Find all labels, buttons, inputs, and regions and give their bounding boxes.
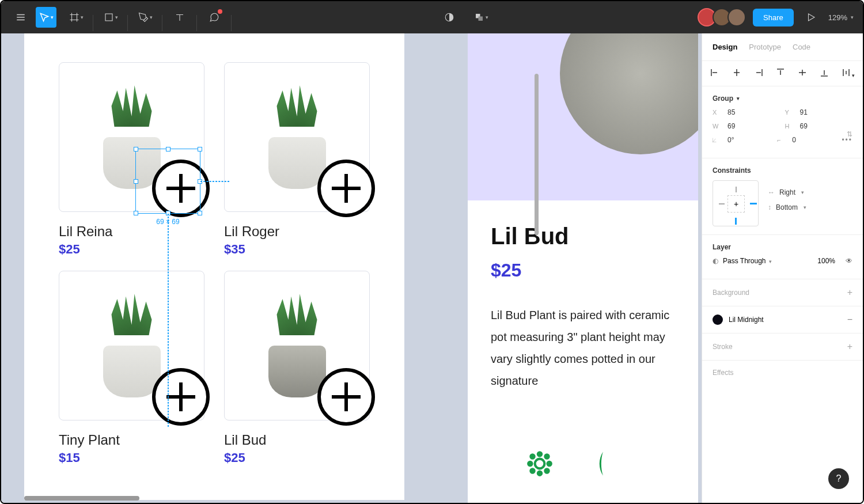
corner-radius-icon: ⌐: [777, 137, 786, 143]
tab-design[interactable]: Design: [713, 43, 737, 51]
product-card[interactable]: Lil Bud $25: [224, 271, 370, 465]
detail-title: Lil Bud: [491, 223, 675, 249]
badge-icon: [525, 449, 554, 478]
present-button[interactable]: [801, 7, 821, 28]
stroke-section: Stroke: [713, 343, 733, 351]
component-tool[interactable]: ▾: [471, 7, 492, 28]
background-section: Background: [713, 289, 749, 297]
layer-section-title: Layer: [713, 243, 852, 251]
color-name: Lil Midnight: [729, 316, 764, 324]
share-button[interactable]: Share: [753, 9, 794, 26]
corner-input[interactable]: 0: [792, 136, 837, 144]
visibility-icon[interactable]: 👁: [846, 257, 852, 265]
svg-point-16: [548, 462, 551, 465]
artboard-products: Lil Reina $25 Lil Roger $35: [24, 33, 404, 500]
svg-point-12: [535, 459, 545, 469]
text-tool[interactable]: [169, 7, 190, 28]
svg-point-13: [538, 452, 541, 456]
svg-point-20: [545, 469, 548, 472]
product-name: Lil Roger: [224, 223, 370, 240]
resize-handle[interactable]: [134, 211, 138, 215]
constraints-title: Constraints: [713, 166, 852, 175]
guide-line: [168, 214, 169, 427]
resize-handle[interactable]: [198, 147, 202, 151]
y-input[interactable]: 91: [800, 108, 853, 116]
detail-price: $25: [491, 260, 675, 281]
svg-marker-11: [808, 14, 814, 21]
svg-rect-10: [479, 17, 483, 21]
artboard-detail: Lil Bud $25 Lil Bud Plant is paired with…: [468, 33, 698, 500]
add-background-icon[interactable]: +: [847, 287, 852, 298]
align-right-icon[interactable]: [754, 68, 763, 79]
toolbar: ▾ ▾ ▾ ▾ ▾: [1, 1, 863, 33]
guide-line: [200, 181, 229, 182]
pen-tool[interactable]: ▾: [135, 7, 156, 28]
x-input[interactable]: 85: [727, 108, 780, 116]
width-input[interactable]: 69: [727, 122, 780, 130]
canvas[interactable]: Lil Reina $25 Lil Roger $35: [1, 33, 702, 503]
svg-point-18: [545, 454, 548, 458]
svg-rect-7: [105, 14, 112, 21]
product-name: Lil Reina: [59, 223, 204, 240]
resize-handle[interactable]: [166, 147, 170, 151]
product-image-placeholder: [560, 33, 698, 154]
tab-code[interactable]: Code: [793, 43, 810, 51]
align-bottom-icon[interactable]: [820, 68, 829, 79]
align-vcenter-icon[interactable]: [798, 68, 807, 79]
svg-point-17: [530, 454, 534, 458]
add-icon[interactable]: [317, 160, 375, 217]
move-tool[interactable]: ▾: [36, 7, 56, 28]
frame-tool[interactable]: ▾: [66, 7, 86, 28]
zoom-value: 129%: [828, 13, 847, 22]
link-dimensions-icon[interactable]: ⇅: [847, 130, 852, 138]
badge-icon: [589, 449, 617, 478]
angle-icon: ⟀: [713, 137, 722, 143]
product-price: $35: [224, 242, 370, 257]
product-name: Tiny Plant: [59, 432, 204, 448]
align-left-icon[interactable]: [710, 68, 719, 79]
menu-button[interactable]: [10, 7, 31, 28]
color-swatch[interactable]: [713, 314, 723, 325]
align-hcenter-icon[interactable]: [732, 68, 741, 79]
blend-mode-icon: ◐: [713, 257, 718, 265]
detail-description: Lil Bud Plant is paired with ceramic pot…: [491, 304, 675, 392]
rotation-input[interactable]: 0°: [727, 136, 772, 144]
opacity-input[interactable]: 100%: [817, 257, 835, 265]
add-icon[interactable]: [152, 368, 210, 426]
resize-handle[interactable]: [134, 179, 138, 184]
notification-dot-icon: [218, 9, 222, 14]
product-name: Lil Bud: [224, 432, 370, 448]
comment-tool[interactable]: [204, 7, 225, 28]
svg-point-15: [528, 462, 532, 465]
contrast-icon[interactable]: [439, 7, 460, 28]
constraint-widget[interactable]: +: [713, 180, 759, 226]
selection-box[interactable]: 69 × 69: [135, 149, 200, 214]
constraint-h-select[interactable]: ↔ Right ▾: [768, 188, 852, 196]
product-price: $25: [224, 450, 370, 465]
tab-prototype[interactable]: Prototype: [749, 43, 781, 51]
product-card[interactable]: Lil Roger $35: [224, 62, 370, 257]
product-card[interactable]: Tiny Plant $15: [59, 271, 204, 465]
collaborator-avatars[interactable]: [701, 8, 746, 26]
zoom-control[interactable]: 129% ▾: [828, 13, 854, 22]
distribute-icon[interactable]: ▾: [842, 68, 855, 79]
shape-tool[interactable]: ▾: [100, 7, 121, 28]
help-button[interactable]: ?: [828, 468, 849, 489]
product-price: $15: [59, 450, 204, 465]
resize-handle[interactable]: [134, 147, 138, 151]
add-icon[interactable]: [317, 368, 375, 426]
layer-type-dropdown[interactable]: Group ▾: [713, 94, 852, 103]
scrollbar-vertical[interactable]: [535, 74, 539, 235]
resize-handle[interactable]: [198, 211, 202, 215]
product-price: $25: [59, 242, 204, 257]
constraint-v-select[interactable]: ↕ Bottom ▾: [768, 203, 852, 211]
blend-mode-select[interactable]: Pass Through ▾: [723, 257, 772, 265]
remove-color-icon[interactable]: −: [847, 314, 852, 325]
add-stroke-icon[interactable]: +: [847, 342, 852, 352]
svg-point-14: [538, 472, 541, 475]
scrollbar-horizontal[interactable]: [24, 496, 139, 501]
avatar[interactable]: [727, 8, 746, 26]
properties-panel: Design Prototype Code ▾ Group ▾ X85 Y91 …: [702, 33, 863, 503]
align-top-icon[interactable]: [776, 68, 785, 79]
height-input[interactable]: 69: [800, 122, 853, 130]
